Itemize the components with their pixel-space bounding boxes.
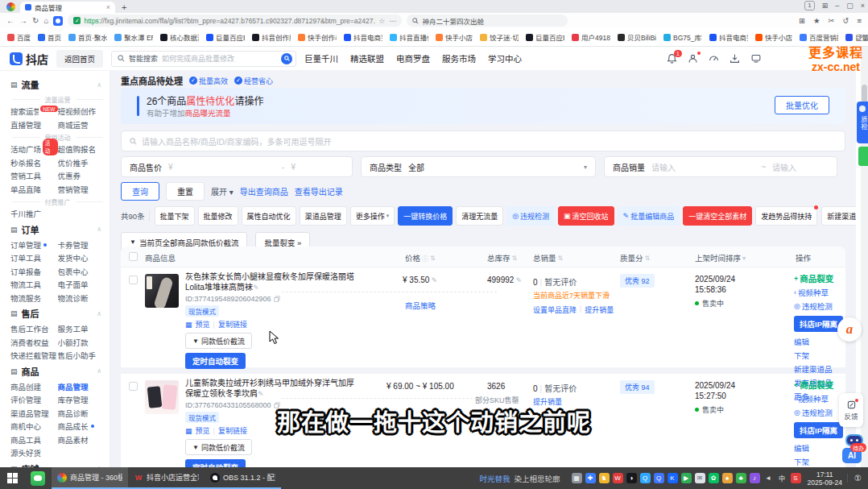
- bookmark-item[interactable]: 巨量百应Bu: [203, 31, 248, 44]
- smart-search-input[interactable]: 智能搜索 如何完成商品批量修改: [111, 51, 296, 67]
- bulk-action-button[interactable]: 属性自动优化: [242, 206, 296, 226]
- bulk-action-button[interactable]: ▣ 清空回收站: [558, 206, 614, 226]
- row-checkbox[interactable]: [129, 276, 138, 284]
- bookmark-star-icon[interactable]: ☆: [378, 17, 385, 25]
- row-action[interactable]: +商品裂变: [794, 379, 833, 391]
- collapse-caret-icon[interactable]: ∧: [97, 81, 101, 89]
- sidebar-entry[interactable]: 小额打款: [58, 336, 105, 350]
- sort-icon[interactable]: ⇅: [558, 255, 564, 262]
- bulk-action-button[interactable]: 一键清空全部素材: [683, 206, 752, 226]
- copy-icon[interactable]: [274, 296, 280, 302]
- taskbar-app[interactable]: 商品管理 - 360极...: [52, 467, 128, 489]
- back-icon[interactable]: ←: [6, 17, 14, 25]
- row-action[interactable]: 下架: [794, 350, 809, 361]
- sidebar-entry[interactable]: 付费推广: [10, 196, 105, 207]
- sidebar-entry[interactable]: 售后小助手: [58, 349, 105, 363]
- bookmark-item[interactable]: 首页·聚水: [65, 31, 110, 44]
- screenshot-icon[interactable]: ✂: [829, 16, 835, 25]
- bulk-action-button[interactable]: 渠道品管理: [300, 206, 347, 226]
- sidebar-entry[interactable]: 流量运营: [10, 93, 105, 105]
- doudian-logo[interactable]: 抖店: [10, 51, 48, 67]
- row-action[interactable]: ‹视频种草: [794, 393, 829, 404]
- price-filter[interactable]: 商品售价 ¥ - ¥: [121, 156, 353, 177]
- menu-icon[interactable]: ≡: [857, 16, 862, 25]
- row-action[interactable]: 新建渠道品: [794, 363, 833, 375]
- bookmark-item[interactable]: BG75_库存: [660, 31, 705, 44]
- bookmark-item[interactable]: 百度营销推: [796, 31, 841, 44]
- sidebar-entry[interactable]: 活动广场 活动: [10, 143, 58, 156]
- tray-icon[interactable]: ◑: [626, 473, 637, 483]
- workbench-monitor-icon[interactable]: [750, 53, 762, 64]
- sidebar-entry[interactable]: 优价推手: [58, 156, 105, 170]
- sidebar-entry[interactable]: 商品创建: [10, 380, 58, 394]
- bookmark-item[interactable]: 巨量百应Bu: [523, 31, 568, 44]
- header-nav-item[interactable]: 电商罗盘: [396, 52, 430, 64]
- edit-icon[interactable]: ✎: [253, 284, 259, 292]
- bookmark-item[interactable]: 抖音电商罗: [341, 31, 386, 44]
- sidebar-entry[interactable]: 物流诊断: [58, 292, 105, 305]
- bookmark-item[interactable]: 快手小店: [432, 31, 476, 44]
- tray-icon[interactable]: ✿: [709, 473, 719, 483]
- messenger-tray-app[interactable]: [31, 471, 45, 486]
- sidebar-entry[interactable]: 订单报备: [10, 265, 58, 279]
- tab-grid-icon[interactable]: ⊞: [822, 2, 829, 10]
- sidebar-entry[interactable]: 物流工具: [10, 278, 58, 292]
- sidebar-entry[interactable]: 物流服务: [10, 292, 58, 305]
- sidebar-entry[interactable]: 单品直降: [10, 183, 58, 197]
- history-icon[interactable]: ↺: [842, 16, 849, 25]
- new-tab-button[interactable]: +: [122, 2, 126, 12]
- auto-fission-button[interactable]: 定时自动裂变: [185, 353, 246, 369]
- row-checkbox[interactable]: [129, 382, 138, 391]
- row-action[interactable]: 编辑: [794, 442, 809, 454]
- set-discount-link[interactable]: 设置单品直降: [533, 305, 577, 315]
- edit-icon[interactable]: ✎: [258, 390, 264, 398]
- refresh-icon[interactable]: ↻: [32, 17, 39, 25]
- tray-icon[interactable]: ✚: [585, 473, 596, 483]
- tray-icon[interactable]: ▶: [681, 473, 692, 483]
- bookmark-item[interactable]: 百度: [4, 31, 34, 44]
- select-all-checkbox[interactable]: [129, 252, 138, 261]
- bulk-action-button[interactable]: 批量修改: [198, 206, 238, 226]
- sidebar-entry[interactable]: 服务工单: [58, 322, 105, 336]
- tab-close-icon[interactable]: ×: [106, 3, 110, 11]
- bookmark-item[interactable]: 饺子迷·切: [477, 31, 522, 44]
- favorites-icon[interactable]: ★: [813, 16, 820, 25]
- export-log-link[interactable]: 查看导出记录: [295, 185, 343, 197]
- quick-search-box[interactable]: 神舟二十第四次出舱: [407, 15, 568, 27]
- alibaba-float-icon[interactable]: a: [837, 317, 862, 342]
- extension-icon[interactable]: [53, 16, 63, 26]
- product-title[interactable]: 灰色抹茶女长筒小腿袜显瘦秋冬加厚保暖洛丽塔Lolita堆堆袜高筒袜: [185, 272, 354, 292]
- download-icon[interactable]: [730, 53, 740, 64]
- header-nav-item[interactable]: 精选联盟: [350, 52, 384, 64]
- query-button[interactable]: 查询: [121, 182, 159, 201]
- sales-filter[interactable]: 商品销量 请输入 ~ 请输入: [604, 156, 837, 177]
- bulk-action-button[interactable]: 清理无流量: [456, 206, 503, 226]
- profile-badge[interactable]: 1: [804, 1, 814, 10]
- maximize-button[interactable]: ▢: [846, 2, 854, 10]
- bulk-action-button[interactable]: 一键转换价格: [398, 206, 453, 226]
- sidebar-entry[interactable]: 营销管理: [58, 183, 105, 197]
- sidebar-entry[interactable]: [58, 207, 105, 221]
- tray-icon[interactable]: ♠: [722, 473, 733, 483]
- bookmarks-overflow-icon[interactable]: »: [858, 31, 863, 40]
- auto-fission-button[interactable]: 定时自动裂变: [185, 459, 246, 467]
- tray-icon[interactable]: K: [668, 473, 678, 483]
- bookmark-item[interactable]: 贝贝BiliBili: [614, 31, 659, 44]
- product-search-input[interactable]: 请输入商品名称/商品ID/商家编码，多条可用逗号隔开: [121, 131, 845, 151]
- notification-bell-icon[interactable]: 1: [667, 53, 677, 64]
- tray-icon[interactable]: Q: [640, 473, 651, 483]
- bookmark-item[interactable]: 核心数据汇: [157, 31, 202, 44]
- bulk-action-button[interactable]: 发趋势品得扶持: [755, 206, 817, 226]
- tray-icon[interactable]: S: [791, 473, 801, 483]
- collapse-caret-icon[interactable]: ∧: [97, 226, 101, 233]
- qr-icon[interactable]: ▦: [185, 321, 192, 329]
- sidebar-entry[interactable]: 订单工具: [10, 251, 58, 265]
- sidebar-entry[interactable]: 源头好货: [10, 446, 58, 460]
- tray-icon[interactable]: ♞: [599, 473, 610, 483]
- sidebar-entry[interactable]: ▤ 售后 ∧: [10, 305, 105, 322]
- row-action[interactable]: ‹视频种草: [794, 287, 829, 298]
- minimize-button[interactable]: –: [835, 2, 839, 10]
- expand-button[interactable]: 展开 ▾: [211, 185, 234, 197]
- same-style-capture-button[interactable]: ▼同款低价截流: [185, 333, 252, 349]
- sidebar-entry[interactable]: 千川推广: [10, 207, 58, 221]
